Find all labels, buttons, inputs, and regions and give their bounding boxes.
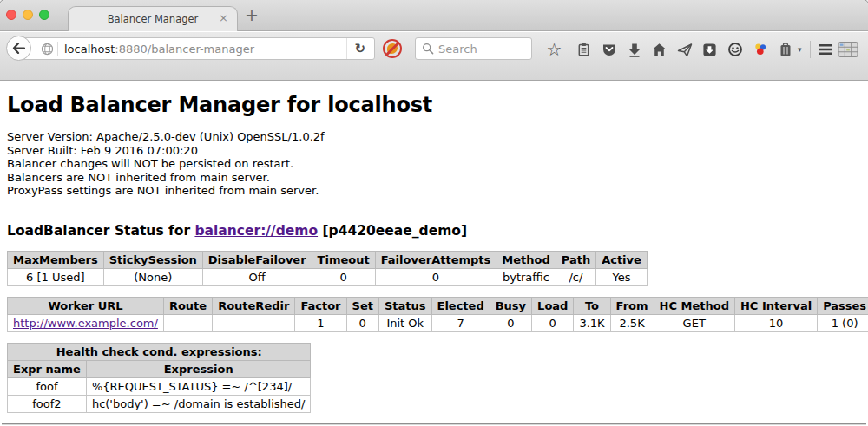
col-stickysession: StickySession [103, 251, 202, 268]
container-icon[interactable] [773, 37, 798, 62]
url-host: localhost [64, 43, 115, 56]
reading-list-icon[interactable] [571, 37, 596, 62]
search-box[interactable] [415, 37, 532, 60]
search-input[interactable] [438, 43, 521, 56]
cell-active: Yes [596, 268, 648, 285]
send-to-device-icon[interactable] [672, 37, 697, 62]
zoom-window-button[interactable] [39, 10, 49, 20]
col-path: Path [556, 251, 595, 268]
proxypass-note-line: ProxyPass settings are NOT inherited fro… [7, 184, 868, 198]
col-timeout: Timeout [312, 251, 375, 268]
cell-expression: %{REQUEST_STATUS} =~ /^[234]/ [86, 377, 311, 395]
cell-expression: hc('body') =~ /domain is established/ [86, 395, 311, 412]
cell-factor: 1 [295, 314, 346, 331]
col-status: Status [378, 297, 431, 314]
persist-note-line: Balancer changes will NOT be persisted o… [7, 157, 868, 171]
browser-window: Balancer Manager × + localhost:8880/bala… [0, 0, 868, 426]
table-header-row: Worker URL Route RouteRedir Factor Set S… [8, 297, 868, 314]
cell-passes: 1 (0) [818, 314, 868, 331]
page-title: Load Balancer Manager for localhost [7, 93, 868, 117]
cell-elected: 7 [431, 314, 490, 331]
cell-busy: 0 [490, 314, 531, 331]
col-failoverattempts: FailoverAttempts [375, 251, 496, 268]
cell-failoverattempts: 0 [375, 268, 496, 285]
table-row: foof2 hc('body') =~ /domain is establish… [8, 395, 311, 412]
col-method: Method [496, 251, 556, 268]
tiles-icon[interactable] [838, 37, 858, 62]
minimize-window-button[interactable] [23, 10, 33, 20]
tab-title: Balancer Manager [108, 13, 199, 25]
inherit-note-line: Balancers are NOT inherited from main se… [7, 171, 868, 185]
col-expr-name: Expr name [8, 360, 87, 377]
reload-icon[interactable]: ↻ [346, 38, 374, 59]
search-icon [422, 43, 434, 55]
back-arrow-icon [12, 43, 25, 54]
col-maxmembers: MaxMembers [8, 251, 104, 268]
status-heading-suffix: [p4420eeae_demo] [318, 223, 467, 239]
col-set: Set [346, 297, 378, 314]
cell-to: 3.1K [574, 314, 610, 331]
window-controls [6, 10, 49, 20]
urlbar-divider [57, 42, 58, 56]
col-elected: Elected [431, 297, 490, 314]
cell-path: /c/ [556, 268, 595, 285]
col-hc-method: HC Method [654, 297, 734, 314]
cell-timeout: 0 [312, 268, 375, 285]
new-tab-button[interactable]: + [245, 5, 259, 24]
table-header-row: MaxMembers StickySession DisableFailover… [8, 251, 648, 268]
balancer-summary-table: MaxMembers StickySession DisableFailover… [7, 251, 648, 286]
tab-close-icon[interactable]: × [219, 12, 228, 23]
chevron-down-icon[interactable]: ▾ [798, 45, 808, 54]
col-disablefailover: DisableFailover [202, 251, 312, 268]
col-active: Active [596, 251, 648, 268]
col-load: Load [532, 297, 574, 314]
loadbalancer-status-heading: LoadBalancer Status for balancer://demo … [7, 223, 868, 239]
table-row: 6 [1 Used] (None) Off 0 0 bytraffic /c/ … [8, 268, 648, 285]
bookmark-star-icon[interactable]: ☆ [542, 37, 567, 62]
chat-smiley-icon[interactable] [722, 37, 747, 62]
table-header-row: Expr name Expression [8, 360, 311, 377]
worker-table: Worker URL Route RouteRedir Factor Set S… [7, 297, 868, 332]
server-info: Server Version: Apache/2.5.0-dev (Unix) … [7, 130, 868, 198]
close-window-button[interactable] [6, 10, 16, 20]
back-button[interactable] [6, 36, 31, 61]
download-icon[interactable] [621, 37, 647, 62]
health-check-table: Health check cond. expressions: Expr nam… [7, 343, 311, 413]
worker-url-link[interactable]: http://www.example.com/ [13, 317, 158, 330]
color-dots-icon[interactable] [747, 37, 773, 62]
server-version-line: Server Version: Apache/2.5.0-dev (Unix) … [7, 130, 868, 144]
cell-method: bytraffic [496, 268, 556, 285]
downloads-panel-icon[interactable] [697, 37, 722, 62]
plugin-block-icon[interactable] [383, 39, 402, 58]
globe-icon [41, 43, 54, 56]
cell-worker-url: http://www.example.com/ [8, 314, 164, 331]
col-busy: Busy [490, 297, 531, 314]
toolbar: ☆ [542, 32, 868, 67]
status-heading-prefix: LoadBalancer Status for [7, 223, 194, 239]
url-bar[interactable]: localhost:8880/balancer-manager ↻ [18, 37, 375, 60]
col-expression: Expression [86, 360, 311, 377]
section-divider [2, 423, 866, 425]
menu-hamburger-icon[interactable] [812, 37, 838, 62]
cell-routeredir [213, 314, 295, 331]
pocket-icon[interactable] [596, 37, 621, 62]
home-icon[interactable] [647, 37, 672, 62]
cell-status: Init Ok [378, 314, 431, 331]
balancer-demo-link[interactable]: balancer://demo [194, 223, 318, 239]
cell-hc-method: GET [654, 314, 734, 331]
col-worker-url: Worker URL [8, 297, 164, 314]
cell-load: 0 [532, 314, 574, 331]
col-factor: Factor [295, 297, 346, 314]
cell-expr-name: foof [8, 377, 87, 395]
tab-balancer-manager[interactable]: Balancer Manager × [68, 6, 238, 31]
toolbar-separator [569, 41, 569, 58]
url-text[interactable]: localhost:8880/balancer-manager [64, 43, 254, 56]
table-title-row: Health check cond. expressions: [8, 343, 311, 360]
titlebar: Balancer Manager × + [0, 0, 868, 31]
col-route: Route [163, 297, 212, 314]
toolbar-separator [810, 41, 811, 58]
cell-stickysession: (None) [103, 268, 202, 285]
worker-row: http://www.example.com/ 1 0 Init Ok 7 0 … [8, 314, 868, 331]
cell-route [163, 314, 212, 331]
health-table-title: Health check cond. expressions: [8, 343, 311, 360]
